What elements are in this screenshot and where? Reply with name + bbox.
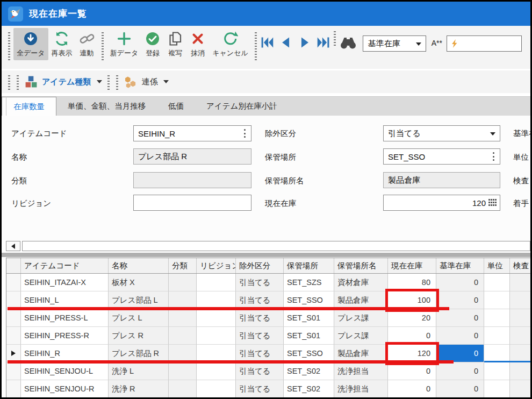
row-selector[interactable] [6,274,21,291]
row-selector[interactable] [6,309,21,327]
toolbar-grip[interactable] [17,75,19,91]
row-selector[interactable] [6,362,21,380]
refresh-button[interactable]: 再表示 [48,28,76,60]
table-cell[interactable]: 洗浄 R [109,380,169,398]
table-cell[interactable]: 引当てる [236,309,284,327]
toolbar-grip[interactable] [334,31,336,47]
table-cell[interactable]: 洗浄担当 [334,380,388,398]
table-cell[interactable]: SEIHIN_ITAZAI-X [21,274,109,291]
table-cell[interactable]: プレス R [109,327,169,345]
link-button[interactable]: 連動 [76,28,98,60]
tab-unit-price-trend[interactable]: 単価、金額、当月推移 [56,97,157,116]
table-cell[interactable]: 0 [436,380,484,398]
table-cell[interactable]: 板材 X [109,274,169,291]
table-cell[interactable]: 洗浄 L [109,362,169,380]
table-cell[interactable] [510,309,532,327]
lookup-dots-icon[interactable] [493,152,495,161]
toolbar-grip[interactable] [255,32,257,60]
table-cell[interactable] [169,309,197,327]
tab-stock-subtotal-by-item[interactable]: アイテム別在庫小計 [195,97,289,116]
table-cell[interactable]: 0 [388,380,436,398]
table-cell[interactable] [510,291,532,309]
table-cell[interactable]: SET_S02 [284,380,334,398]
first-record-icon[interactable] [260,35,274,49]
panel-splitter[interactable] [2,253,530,257]
storage-location-field[interactable]: SET_SSO [383,148,500,165]
toolbar-grip[interactable] [102,32,104,60]
column-header[interactable]: 検査 [510,258,532,273]
toolbar-grip[interactable] [107,75,110,91]
table-cell[interactable]: SET_S01 [284,327,334,345]
toolbar-grip[interactable] [8,32,10,60]
item-code-field[interactable]: SEIHIN_R [133,125,251,141]
table-cell[interactable] [169,274,197,291]
table-cell[interactable]: SET_S02 [284,362,334,380]
column-header[interactable]: 基準在庫 [436,258,484,273]
table-cell[interactable]: 0 [388,362,436,380]
column-header[interactable]: 保管場所 [284,258,334,273]
table-cell[interactable]: 洗浄担当 [334,362,388,380]
table-cell[interactable]: プレス L [109,309,169,327]
table-cell[interactable] [169,380,197,398]
table-cell[interactable] [484,327,510,345]
column-header[interactable]: 保管場所名 [334,258,388,273]
table-cell[interactable]: 0 [436,309,484,327]
search-button[interactable] [339,34,357,53]
column-header[interactable]: 名称 [109,258,169,273]
table-cell[interactable] [510,380,532,398]
table-cell[interactable] [510,327,532,345]
table-cell[interactable]: 引当てる [236,362,284,380]
column-header[interactable]: アイテムコード [21,258,109,273]
last-record-icon[interactable] [317,35,330,49]
table-cell[interactable]: プレス課 [334,309,388,327]
table-cell[interactable]: プレス課 [334,327,388,345]
numpad-grid-icon[interactable] [488,199,497,206]
table-cell[interactable]: SET_S01 [284,309,334,327]
register-button[interactable]: 登録 [141,28,164,60]
exclusion-dropdown[interactable]: 引当てる [383,125,500,141]
table-cell[interactable] [197,327,236,345]
delete-button[interactable]: 抹消 [186,28,209,60]
column-header[interactable]: 現在在庫 [388,258,436,273]
cancel-button[interactable]: キャンセル [209,28,251,60]
linkage-menu[interactable]: 連係 [121,75,171,89]
table-cell[interactable] [197,274,236,291]
table-cell[interactable] [169,362,197,380]
quick-search-input[interactable] [447,35,522,52]
toolbar-grip[interactable] [116,75,118,91]
table-cell[interactable] [197,309,236,327]
hscroll-track[interactable] [22,241,530,251]
table-cell[interactable]: SEIHIN_PRESS-R [21,327,109,345]
table-cell[interactable] [510,274,532,291]
tab-low-price[interactable]: 低価 [157,97,195,116]
column-header[interactable]: リビジョン [197,258,236,273]
table-cell[interactable] [510,362,532,380]
column-header[interactable]: 単位 [484,258,510,273]
new-data-button[interactable]: 新データ [107,28,142,60]
table-cell[interactable]: 20 [388,309,436,327]
table-cell[interactable]: 0 [436,327,484,345]
table-cell[interactable] [169,327,197,345]
previous-record-icon[interactable] [279,35,293,49]
all-data-button[interactable]: 全データ [13,28,48,60]
table-cell[interactable]: 引当てる [236,274,284,291]
table-cell[interactable] [484,380,510,398]
copy-button[interactable]: 複写 [164,28,186,60]
table-cell[interactable] [484,345,510,362]
table-cell[interactable]: SEIHIN_PRESS-L [21,309,109,327]
table-cell[interactable]: SEIHIN_SENJOU-R [21,380,109,398]
column-header[interactable]: 分類 [169,258,197,273]
lookup-dots-icon[interactable] [244,129,246,138]
table-cell[interactable] [484,362,510,380]
toolbar-grip[interactable] [8,75,10,91]
table-cell[interactable]: 0 [388,327,436,345]
search-column-dropdown[interactable]: 基準在庫 [363,35,426,52]
row-selector[interactable] [6,327,21,345]
table-cell[interactable] [484,291,510,309]
row-selector[interactable] [6,380,21,398]
table-cell[interactable]: 資材倉庫 [334,274,388,291]
column-header[interactable]: 除外区分 [236,258,284,273]
item-type-menu[interactable]: アイテム種類 [22,75,104,89]
table-cell[interactable] [484,274,510,291]
current-stock-field[interactable]: 120 [383,195,500,211]
